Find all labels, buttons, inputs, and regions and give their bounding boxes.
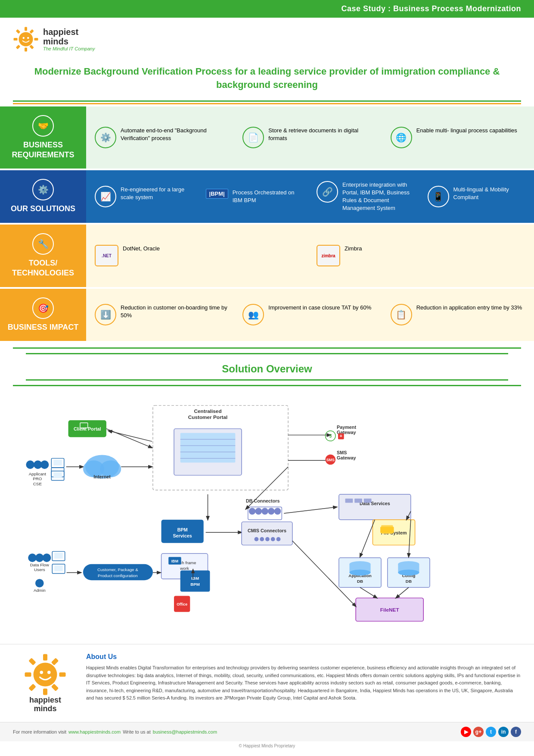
- svg-rect-3: [34, 38, 38, 41]
- tools-content: .NET DotNet, Oracle zimbra Zimbra: [86, 225, 534, 287]
- svg-rect-115: [25, 672, 31, 677]
- bi-item-2-icon: 👥: [242, 304, 264, 325]
- os-item-2: |BPM| Process Orchestrated on IBM BPM: [206, 189, 304, 204]
- os-item-1-text: Re-engineered for a large scale system: [121, 186, 193, 201]
- svg-point-48: [255, 508, 262, 515]
- svg-text:Gateway: Gateway: [337, 455, 356, 460]
- footer-website[interactable]: www.happiestminds.com: [68, 729, 121, 734]
- applicant-label: Applicant: [29, 472, 47, 476]
- svg-rect-117: [28, 658, 36, 665]
- svg-rect-118: [51, 658, 59, 665]
- svg-text:IBM: IBM: [171, 559, 178, 563]
- svg-point-64: [255, 537, 259, 541]
- svg-point-122: [40, 671, 43, 674]
- logo-icon: [13, 26, 39, 52]
- admin-label: Admin: [34, 588, 46, 593]
- svg-point-18: [40, 460, 49, 469]
- svg-rect-88: [54, 565, 63, 572]
- ibm-bpm-badge: |BPM|: [206, 189, 228, 199]
- data-flow-label: Data Flow: [30, 562, 50, 567]
- svg-line-112: [109, 431, 152, 441]
- os-item-3-text: Enterprise integration with Portal, IBM …: [342, 181, 415, 212]
- youtube-icon[interactable]: ▶: [461, 727, 471, 737]
- os-item-3-icon: 🔗: [317, 181, 338, 203]
- svg-rect-32: [180, 433, 236, 462]
- svg-point-9: [23, 37, 25, 39]
- tools-item-2: zimbra Zimbra: [317, 245, 525, 266]
- svg-point-50: [268, 508, 275, 515]
- br-item-1-text: Automate end-to-end "Background Verifica…: [121, 127, 230, 142]
- svg-rect-57: [354, 499, 362, 503]
- svg-point-82: [43, 553, 51, 562]
- br-item-1-icon: ⚙️: [95, 127, 116, 148]
- os-item-3: 🔗 Enterprise integration with Portal, IB…: [317, 181, 415, 212]
- svg-text:Product configuration: Product configuration: [98, 573, 138, 578]
- google-plus-icon[interactable]: g+: [473, 727, 484, 737]
- svg-text:Office: Office: [177, 602, 187, 606]
- sol-line-bottom: [13, 385, 521, 386]
- os-item-2-text: Process Orchestrated on IBM BPM: [233, 189, 304, 204]
- solution-overview-wrapper: Solution Overview: [13, 347, 521, 386]
- svg-point-49: [261, 508, 268, 515]
- svg-line-108: [360, 587, 377, 598]
- svg-point-80: [28, 553, 37, 562]
- svg-point-121: [34, 662, 57, 686]
- footer-email[interactable]: business@happiestminds.com: [153, 729, 217, 734]
- br-item-2-text: Store & retrieve documents in digital fo…: [268, 127, 377, 142]
- svg-rect-73: [180, 570, 210, 591]
- tools-item-1-text: DotNet, Oracle: [123, 245, 304, 253]
- svg-rect-0: [25, 27, 27, 31]
- svg-rect-1: [25, 48, 27, 52]
- br-icon: 🤝: [32, 115, 54, 137]
- svg-point-16: [26, 460, 34, 469]
- logo-area: happiestminds The Mindful IT Company: [0, 18, 534, 61]
- svg-text:work: work: [180, 566, 189, 571]
- bi-content: ⬇️ Reduction in customer on-boarding tim…: [86, 289, 534, 341]
- footer-write-text: Write to us at: [123, 729, 151, 734]
- dotnet-logo: .NET: [95, 245, 118, 266]
- svg-point-8: [19, 32, 33, 47]
- svg-line-111: [106, 429, 152, 448]
- divider-green: [13, 100, 521, 102]
- sms-gateway-label: SMS: [337, 450, 347, 455]
- bi-item-3-icon: 📋: [391, 304, 412, 325]
- header-banner: Case Study : Business Process Modernizat…: [0, 0, 534, 18]
- bi-item-1-text: Reduction in customer on-boarding time b…: [121, 304, 230, 319]
- svg-rect-6: [16, 45, 21, 50]
- about-text: Happiest Minds enables Digital Transform…: [86, 664, 521, 702]
- filenet-label: FileNET: [380, 607, 400, 612]
- os-icon: ⚙️: [32, 179, 54, 200]
- svg-point-81: [35, 553, 44, 562]
- solution-diagram: Centralised Customer Portal Client Porta…: [13, 397, 521, 630]
- svg-rect-93: [380, 527, 394, 533]
- customer-config-label: Customer, Package &: [97, 567, 138, 572]
- footer-visit-text: For more information visit: [13, 729, 66, 734]
- bi-item-3-text: Reduction in application entry time by 3…: [416, 304, 525, 312]
- svg-point-68: [276, 537, 281, 541]
- sol-line-top: [13, 347, 521, 349]
- page-title: Modernize Background Verification Proces…: [0, 61, 534, 100]
- svg-text:BPM: BPM: [190, 582, 200, 587]
- linkedin-icon[interactable]: in: [498, 727, 509, 737]
- svg-point-66: [265, 537, 270, 541]
- svg-point-123: [47, 671, 51, 674]
- diagram-area: Centralised Customer Portal Client Porta…: [0, 388, 534, 640]
- bi-label: 🎯 BUSINESS IMPACT: [0, 289, 86, 341]
- facebook-icon[interactable]: f: [511, 727, 521, 737]
- svg-rect-86: [54, 553, 63, 559]
- br-content: ⚙️ Automate end-to-end "Background Verif…: [86, 106, 534, 169]
- tools-section: 🔧 TOOLS/ TECHNOLOGIES .NET DotNet, Oracl…: [0, 225, 534, 287]
- social-icons: ▶ g+ t in f: [461, 727, 521, 737]
- our-solutions-section: ⚙️ OUR SOLUTIONS 📈 Re-engineered for a l…: [0, 170, 534, 222]
- logo-name: happiestminds: [43, 27, 95, 46]
- bpm-services-label: BPM: [177, 527, 188, 532]
- svg-rect-113: [43, 654, 47, 660]
- db-connectors-label: DB Connectors: [246, 498, 280, 503]
- svg-point-67: [271, 537, 275, 541]
- svg-rect-4: [16, 29, 21, 34]
- bi-item-2: 👥 Improvement in case closure TAT by 60%: [242, 304, 377, 325]
- tools-icon: 🔧: [32, 233, 54, 255]
- ibm-bpm-label: IBM: [191, 576, 199, 581]
- twitter-icon[interactable]: t: [486, 727, 496, 737]
- copyright: © Happiest Minds Proprietary: [0, 741, 534, 750]
